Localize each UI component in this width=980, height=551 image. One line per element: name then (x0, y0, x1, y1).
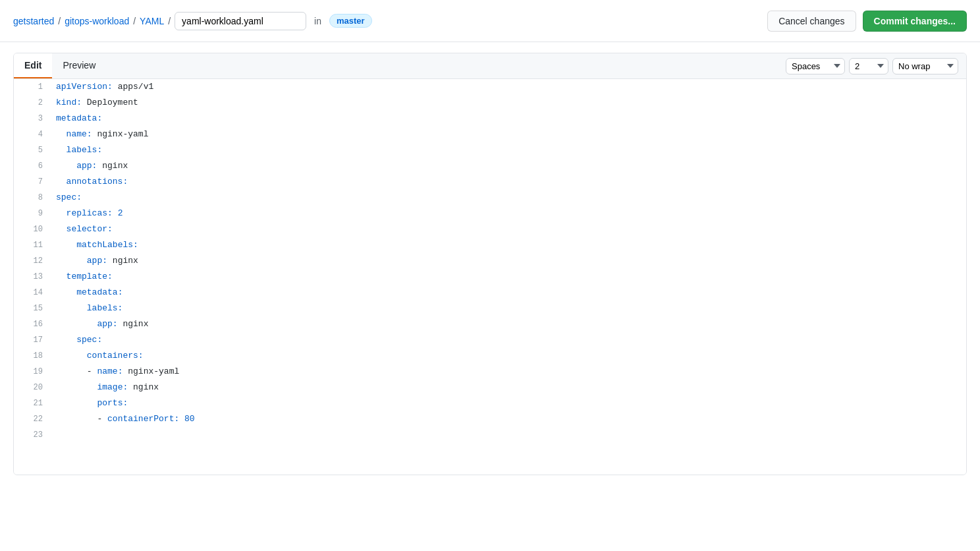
code-line-6: 6 app: nginx (14, 158, 966, 174)
code-line-11: 11 matchLabels: (14, 237, 966, 253)
line-number-7: 7 (14, 174, 53, 190)
in-label: in (314, 16, 321, 26)
code-line-13: 13 template: (14, 269, 966, 285)
code-line-21: 21 ports: (14, 395, 966, 411)
breadcrumb: getstarted / gitops-workload / YAML / in… (13, 12, 767, 30)
breadcrumb-sep-1: / (58, 16, 61, 26)
line-number-6: 6 (14, 158, 53, 174)
commit-changes-button[interactable]: Commit changes... (863, 11, 967, 32)
code-line-9: 9 replicas: 2 (14, 206, 966, 221)
code-line-10: 10 selector: (14, 221, 966, 237)
line-content-10: selector: (53, 221, 966, 237)
line-content-19: - name: nginx-yaml (53, 364, 966, 380)
code-line-4: 4 name: nginx-yaml (14, 127, 966, 142)
line-content-15: labels: (53, 301, 966, 316)
line-content-16: app: nginx (53, 316, 966, 332)
code-editor[interactable]: 1apiVersion: apps/v12kind: Deployment3me… (14, 79, 966, 475)
line-number-16: 16 (14, 316, 53, 332)
line-number-15: 15 (14, 301, 53, 316)
line-content-12: app: nginx (53, 253, 966, 269)
code-line-1: 1apiVersion: apps/v1 (14, 79, 966, 95)
line-number-22: 22 (14, 411, 53, 427)
editor-container: Edit Preview Spaces Tabs 2 4 8 No wrap S… (13, 53, 967, 475)
line-content-6: app: nginx (53, 158, 966, 174)
code-line-2: 2kind: Deployment (14, 95, 966, 111)
code-line-22: 22 - containerPort: 80 (14, 411, 966, 427)
line-content-20: image: nginx (53, 380, 966, 395)
line-number-18: 18 (14, 348, 53, 364)
line-content-13: template: (53, 269, 966, 285)
code-line-12: 12 app: nginx (14, 253, 966, 269)
toolbar-controls: Spaces Tabs 2 4 8 No wrap Soft wrap (778, 54, 966, 78)
line-number-19: 19 (14, 364, 53, 380)
line-number-2: 2 (14, 95, 53, 111)
line-content-14: metadata: (53, 285, 966, 301)
line-content-11: matchLabels: (53, 237, 966, 253)
code-line-15: 15 labels: (14, 301, 966, 316)
line-content-8: spec: (53, 190, 966, 206)
line-number-10: 10 (14, 221, 53, 237)
line-number-1: 1 (14, 79, 53, 95)
line-number-20: 20 (14, 380, 53, 395)
tab-preview[interactable]: Preview (52, 53, 106, 78)
wrap-select[interactable]: No wrap Soft wrap (892, 58, 958, 74)
line-number-21: 21 (14, 395, 53, 411)
editor-toolbar: Edit Preview Spaces Tabs 2 4 8 No wrap S… (14, 53, 966, 79)
line-content-17: spec: (53, 332, 966, 348)
code-line-7: 7 annotations: (14, 174, 966, 190)
code-line-8: 8spec: (14, 190, 966, 206)
line-content-21: ports: (53, 395, 966, 411)
code-line-18: 18 containers: (14, 348, 966, 364)
line-number-3: 3 (14, 111, 53, 127)
line-number-9: 9 (14, 206, 53, 221)
spaces-select[interactable]: Spaces Tabs (786, 58, 845, 74)
line-content-2: kind: Deployment (53, 95, 966, 111)
line-content-18: containers: (53, 348, 966, 364)
breadcrumb-link-gitops-workload[interactable]: gitops-workload (65, 16, 129, 26)
line-number-12: 12 (14, 253, 53, 269)
tab-edit[interactable]: Edit (14, 53, 52, 78)
filename-input[interactable] (175, 12, 306, 30)
line-content-5: labels: (53, 142, 966, 158)
breadcrumb-link-yaml[interactable]: YAML (140, 16, 164, 26)
code-line-19: 19 - name: nginx-yaml (14, 364, 966, 380)
code-line-14: 14 metadata: (14, 285, 966, 301)
code-line-17: 17 spec: (14, 332, 966, 348)
line-number-4: 4 (14, 127, 53, 142)
code-line-3: 3metadata: (14, 111, 966, 127)
line-number-11: 11 (14, 237, 53, 253)
line-number-14: 14 (14, 285, 53, 301)
line-content-23 (53, 427, 966, 443)
breadcrumb-sep-3: / (168, 16, 171, 26)
code-line-16: 16 app: nginx (14, 316, 966, 332)
line-content-4: name: nginx-yaml (53, 127, 966, 142)
branch-badge: master (329, 14, 372, 28)
code-line-5: 5 labels: (14, 142, 966, 158)
header-actions: Cancel changes Commit changes... (767, 11, 967, 32)
code-line-20: 20 image: nginx (14, 380, 966, 395)
line-content-22: - containerPort: 80 (53, 411, 966, 427)
line-number-8: 8 (14, 190, 53, 206)
code-line-23: 23 (14, 427, 966, 443)
line-number-5: 5 (14, 142, 53, 158)
line-number-17: 17 (14, 332, 53, 348)
line-content-9: replicas: 2 (53, 206, 966, 221)
line-number-23: 23 (14, 427, 53, 443)
indent-select[interactable]: 2 4 8 (849, 58, 888, 74)
cancel-changes-button[interactable]: Cancel changes (767, 11, 856, 32)
breadcrumb-link-getstarted[interactable]: getstarted (13, 16, 54, 26)
header: getstarted / gitops-workload / YAML / in… (0, 0, 980, 42)
line-content-7: annotations: (53, 174, 966, 190)
line-number-13: 13 (14, 269, 53, 285)
line-content-1: apiVersion: apps/v1 (53, 79, 966, 95)
line-content-3: metadata: (53, 111, 966, 127)
breadcrumb-sep-2: / (133, 16, 136, 26)
